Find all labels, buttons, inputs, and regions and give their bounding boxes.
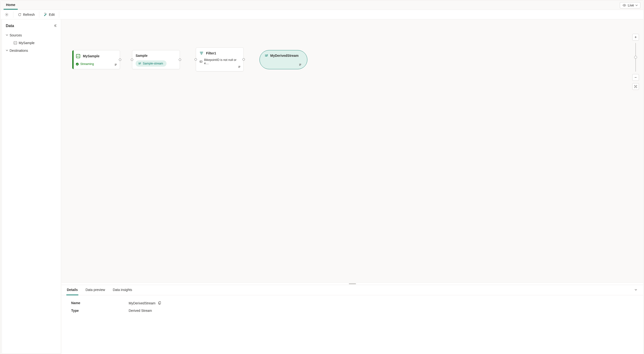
node-menu-button[interactable] — [114, 63, 118, 67]
tab-data-preview[interactable]: Data preview — [85, 285, 106, 295]
source-item-mysample[interactable]: MySample — [2, 39, 61, 47]
dataflow-canvas[interactable]: MySample Streaming — [62, 20, 643, 282]
node-status-text: Streaming — [80, 62, 94, 66]
sidebar-title: Data — [6, 24, 14, 28]
zoom-fit-button[interactable] — [632, 83, 639, 90]
port-in[interactable] — [131, 59, 133, 61]
zoom-controls — [632, 34, 639, 90]
filter-icon — [199, 51, 204, 55]
zoom-out-button[interactable] — [632, 74, 639, 81]
detail-name-value: MyDerivedStream — [129, 301, 156, 305]
zoom-slider[interactable] — [636, 43, 636, 72]
refresh-label: Refresh — [23, 13, 35, 17]
live-mode-label: Live — [628, 3, 634, 7]
live-mode-button[interactable]: Live — [620, 2, 640, 9]
stream-chip[interactable]: Sample-stream — [136, 60, 166, 67]
detail-type-label: Type — [71, 309, 129, 312]
stream-chip-label: Sample-stream — [143, 62, 163, 65]
sources-label: Sources — [10, 33, 22, 37]
tab-strip: Home Live — [1, 1, 643, 10]
copy-button[interactable] — [158, 301, 162, 305]
node-title-text: MySample — [83, 54, 100, 58]
stream-icon — [264, 54, 268, 58]
collapse-sidebar-button[interactable] — [54, 24, 57, 28]
refresh-icon — [18, 13, 22, 17]
check-circle-icon — [76, 63, 79, 66]
node-source-mysample[interactable]: MySample Streaming — [72, 50, 120, 69]
tab-home[interactable]: Home — [4, 1, 18, 10]
chevron-down-icon — [6, 49, 8, 52]
tab-data-insights-label: Data insights — [113, 288, 132, 292]
edit-button[interactable]: Edit — [42, 12, 56, 18]
chevron-down-icon — [636, 4, 638, 7]
node-title-text: Filter1 — [206, 51, 216, 55]
eye-icon — [622, 3, 626, 7]
svg-rect-9 — [635, 86, 636, 87]
chart-icon — [76, 54, 80, 59]
svg-rect-10 — [159, 301, 161, 304]
tab-data-preview-label: Data preview — [86, 288, 105, 292]
column-icon — [199, 60, 203, 63]
tab-home-label: Home — [6, 3, 15, 7]
node-title-text: MyDerivedStream — [270, 54, 298, 58]
port-out[interactable] — [179, 59, 181, 61]
svg-point-1 — [6, 14, 7, 15]
node-menu-button[interactable] — [238, 65, 241, 69]
detail-type-value: Derived Stream — [129, 309, 152, 312]
data-sidebar: Data Sources MySample — [2, 20, 61, 354]
stream-icon — [138, 62, 141, 65]
edit-label: Edit — [49, 13, 54, 17]
refresh-button[interactable]: Refresh — [16, 12, 36, 18]
destinations-group[interactable]: Destinations — [2, 47, 61, 54]
gear-icon — [4, 13, 9, 17]
details-body: Name MyDerivedStream Type — [62, 295, 643, 322]
source-item-label: MySample — [19, 41, 34, 45]
tab-details[interactable]: Details — [66, 285, 78, 295]
destinations-label: Destinations — [10, 49, 28, 53]
zoom-slider-thumb[interactable] — [634, 56, 637, 59]
port-in[interactable] — [194, 58, 197, 61]
zoom-in-button[interactable] — [632, 34, 639, 41]
node-menu-button[interactable] — [298, 63, 302, 67]
tab-details-label: Details — [67, 288, 78, 292]
port-out[interactable] — [119, 59, 121, 61]
settings-button[interactable] — [3, 12, 10, 18]
panel-resize-handle[interactable] — [62, 282, 643, 285]
node-title-text: Sample — [136, 54, 148, 58]
svg-rect-8 — [200, 61, 202, 62]
bottom-panel: Details Data preview Data insights — [62, 285, 643, 354]
edit-icon — [44, 13, 48, 17]
svg-point-0 — [624, 5, 625, 6]
detail-name-label: Name — [71, 301, 129, 305]
chevron-down-icon — [6, 34, 8, 37]
collapse-panel-button[interactable] — [633, 287, 638, 293]
filter-condition-text: BikepointID is not null or e… — [204, 58, 240, 65]
node-filter[interactable]: Filter1 BikepointID is not null or e… — [196, 48, 244, 71]
node-derived-stream[interactable]: MyDerivedStream — [260, 50, 308, 69]
toolbar: Refresh Edit — [1, 10, 643, 20]
chart-icon — [14, 41, 17, 45]
port-out[interactable] — [242, 58, 245, 61]
sources-group[interactable]: Sources — [2, 32, 61, 39]
node-sample[interactable]: Sample Sample-stream — [132, 50, 180, 69]
tab-data-insights[interactable]: Data insights — [112, 285, 133, 295]
